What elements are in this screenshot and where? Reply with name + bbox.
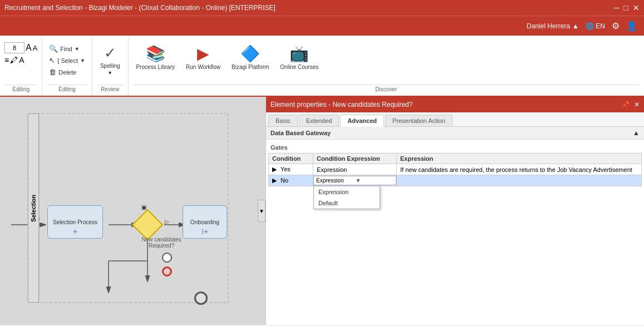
properties-panel: Element properties - New candidates Requ… [266,97,644,325]
close-btn[interactable]: ✕ [633,3,640,12]
editing-label: Editing [4,85,37,93]
props-tabs[interactable]: Basic Extended Advanced Presentation Act… [266,112,644,127]
select-dropdown-icon[interactable]: ▼ [80,58,85,63]
pool-label: Selection [30,195,37,222]
tab-extended[interactable]: Extended [299,115,339,126]
col-condition: Condition [269,154,313,164]
end-event-red [162,266,172,276]
gates-label: Gates [268,142,642,153]
online-courses-icon: 📺 [289,45,309,63]
gateway-top-icon: ▣ [141,204,146,210]
dropdown-option-default[interactable]: Default [314,197,380,209]
gate-row-no[interactable]: ▶ No Expression ▼ Expression Default [269,175,642,186]
gate-no-expression [397,175,642,186]
process-library-icon: 📚 [146,45,165,63]
font-shrink-btn[interactable]: A [33,44,38,52]
col-condition-expression: Condition Expression [313,154,397,164]
gateway-label: New candidates Required? [139,236,184,249]
window-controls[interactable]: ─ □ ✕ [614,3,640,12]
maximize-btn[interactable]: □ [624,3,628,12]
spelling-btn[interactable]: ✓ Spelling ▼ [97,42,124,78]
gateway-element[interactable]: ▣ ▷ New candidates Required? [134,211,161,239]
gate-yes-expand: ▶ Yes [269,164,313,175]
select-btn[interactable]: ↖ [ Select ▼ [47,55,87,66]
gate-no-condition-expr[interactable]: Expression ▼ Expression Default [313,175,397,186]
workspace: ▼ Yes [0,97,644,325]
highlight-btn[interactable]: 🖍 [10,56,18,65]
gates-table: Condition Condition Expression Expressio… [268,153,642,186]
discover-label: Discover [133,85,640,93]
tab-presentation-action[interactable]: Presentation Action [385,115,453,126]
col-expression: Expression [397,154,642,164]
props-panel-header: Element properties - New candidates Requ… [266,97,644,112]
user-name: Daniel Herrera [527,22,570,30]
canvas[interactable]: ▼ Yes [0,97,266,325]
close-panel-btn[interactable]: ✕ [634,101,640,108]
delete-icon: 🗑 [49,68,56,76]
spelling-icon: ✓ [104,45,116,62]
user-info: Daniel Herrera ▲ [527,22,579,30]
editing-section-label: Editing [47,85,87,93]
find-icon: 🔍 [49,45,58,53]
gateway-right-icon: ▷ [165,219,169,225]
intermediate-event [162,253,172,263]
select-dropdown-arrow[interactable]: ▼ [356,177,394,184]
section-title: Data Based Gateway [271,130,331,136]
align-btn[interactable]: ≡ [4,56,9,65]
run-workflow-btn[interactable]: ▶ Run Workflow [183,42,224,72]
minimize-btn[interactable]: ─ [614,3,620,12]
condition-expr-select[interactable]: Expression ▼ [313,176,396,185]
gates-section: Gates Condition Condition Expression Exp… [266,140,644,325]
props-panel-title: Element properties - New candidates Requ… [271,101,412,108]
task-label: Selection Process [51,217,100,228]
spelling-dropdown-icon[interactable]: ▼ [107,70,112,76]
panel-collapse-btn[interactable]: ▼ [258,200,266,222]
gate-yes-condition-expr: Expression [313,164,397,175]
onboarding-task[interactable]: ⁞+ Onboarding [183,205,227,239]
settings-icon[interactable]: ⚙ [612,21,620,31]
selection-process-task[interactable]: + Selection Process [47,205,103,239]
delete-btn[interactable]: 🗑 Delete [47,67,78,77]
section-collapse-btn[interactable]: ▲ [633,129,640,137]
pool-header: Selection [28,113,39,303]
chevron-up-icon[interactable]: ▲ [572,22,579,30]
topbar: Daniel Herrera ▲ 🌐 EN ⚙ 👤 [0,16,644,36]
titlebar: Recruitment and Selection - Bizagi Model… [0,0,644,16]
gate-no-expand: ▶ No [269,175,313,186]
props-header-icons[interactable]: 📌 ✕ [621,101,640,108]
run-workflow-icon: ▶ [197,45,209,63]
user-icon[interactable]: 👤 [626,21,637,31]
bizagi-platform-icon: 🔷 [240,45,260,63]
online-courses-btn[interactable]: 📺 Online Courses [277,42,322,72]
condition-expr-dropdown[interactable]: Expression Default [313,186,380,209]
review-label: Review [97,85,124,93]
dropdown-option-expression[interactable]: Expression [314,186,380,197]
onboarding-label: Onboarding [188,217,222,228]
tab-basic[interactable]: Basic [268,115,298,126]
gate-yes-expression: If new candidates are required, the proc… [397,164,642,175]
ribbon: 8 A A ≡ 🖍 A Editing 🔍 Find ▼ ↖ [ Select … [0,36,644,97]
select-icon: ↖ [49,56,55,65]
find-btn[interactable]: 🔍 Find ▼ [47,43,81,54]
data-based-gateway-section: Data Based Gateway ▲ [266,127,644,140]
font-size-input[interactable]: 8 [4,42,24,53]
gate-row-yes[interactable]: ▶ Yes Expression If new candidates are r… [269,164,642,175]
bizagi-platform-btn[interactable]: 🔷 Bizagi Platform [228,42,272,72]
tab-advanced[interactable]: Advanced [340,115,384,127]
end-event [194,292,208,305]
process-library-btn[interactable]: 📚 Process Library [133,42,178,72]
find-dropdown-icon[interactable]: ▼ [75,46,80,52]
window-title: Recruitment and Selection - Bizagi Model… [4,4,276,12]
pin-icon[interactable]: 📌 [621,101,630,108]
font-color-btn[interactable]: A [19,56,24,65]
font-grow-btn[interactable]: A [26,43,32,53]
language-btn[interactable]: 🌐 EN [586,22,605,30]
